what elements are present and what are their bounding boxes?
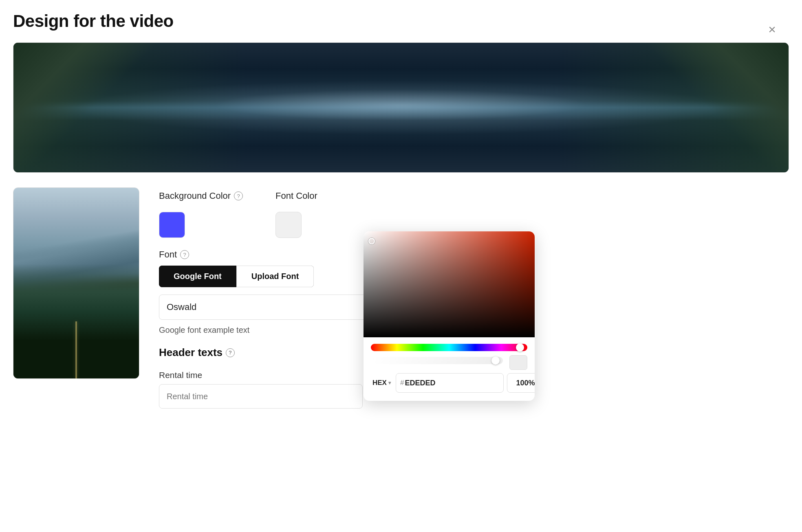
google-font-button[interactable]: Google Font	[159, 266, 236, 287]
banner-container	[13, 42, 789, 173]
banner-mountains-overlay	[13, 43, 789, 172]
page-title: Design for the video	[13, 11, 789, 31]
font-toggle-group: Google Font Upload Font	[159, 266, 314, 287]
background-color-label: Background Color ?	[159, 191, 243, 201]
hex-row: HEX ▾ #	[364, 373, 535, 393]
font-color-field: Font Color	[275, 191, 317, 238]
hex-hash-symbol: #	[400, 379, 404, 387]
hex-value-input[interactable]	[405, 379, 499, 387]
background-color-swatch[interactable]	[159, 212, 185, 238]
hue-slider[interactable]	[371, 344, 527, 351]
picker-controls	[364, 337, 535, 370]
alpha-color-preview	[509, 355, 527, 370]
alpha-slider-thumb[interactable]	[491, 356, 500, 365]
close-button[interactable]: ×	[768, 23, 776, 36]
upload-font-button[interactable]: Upload Font	[236, 266, 314, 287]
font-color-label: Font Color	[275, 191, 317, 201]
font-help-icon[interactable]: ?	[180, 250, 189, 259]
thumbnail-image	[13, 188, 139, 378]
thumbnail-preview	[13, 187, 139, 379]
font-label-text: Font	[159, 249, 177, 260]
rental-time-input[interactable]	[159, 384, 363, 409]
hex-input-wrapper: #	[396, 373, 504, 393]
colors-row: Background Color ? Font Color	[159, 191, 789, 238]
font-color-swatch[interactable]	[275, 212, 302, 238]
header-texts-help-icon[interactable]: ?	[226, 348, 235, 357]
background-color-field: Background Color ?	[159, 191, 243, 238]
background-color-label-text: Background Color	[159, 191, 231, 201]
opacity-input[interactable]	[507, 373, 535, 393]
hex-format-button[interactable]: HEX ▾	[371, 379, 392, 387]
header-texts-label-text: Header texts	[159, 346, 223, 359]
hex-chevron-icon: ▾	[388, 380, 391, 386]
color-gradient-area[interactable]	[364, 231, 535, 337]
alpha-slider[interactable]	[371, 357, 503, 364]
color-picker-panel: HEX ▾ #	[364, 231, 535, 401]
color-cursor	[368, 238, 375, 244]
banner-image	[13, 43, 789, 172]
hue-slider-thumb[interactable]	[516, 343, 524, 352]
font-color-label-text: Font Color	[275, 191, 317, 201]
hex-label: HEX	[372, 379, 387, 387]
background-color-help-icon[interactable]: ?	[234, 191, 243, 200]
